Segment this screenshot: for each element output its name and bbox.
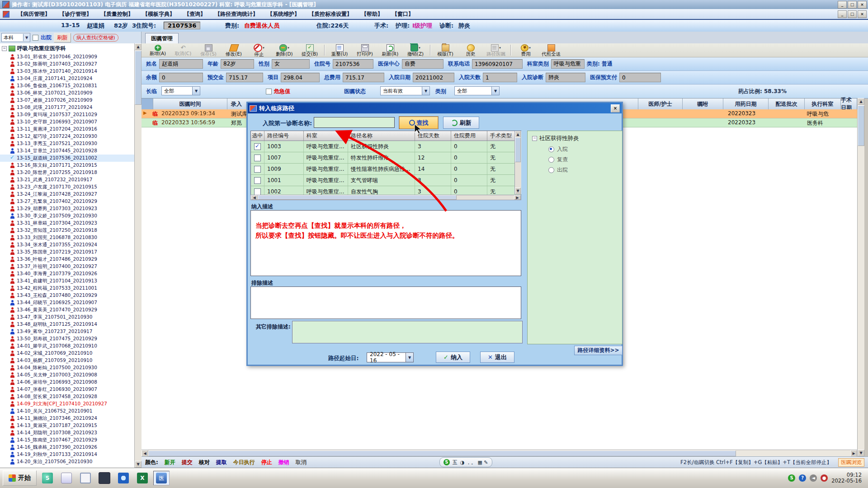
exit-button[interactable]: ✕ 退出 xyxy=(480,352,514,363)
order-browse-badge[interactable]: 医嘱浏览 xyxy=(838,458,864,467)
patient-list-item[interactable]: 13-46_黄美美_2107470_20210929 xyxy=(0,306,142,314)
diagnosis-search-input[interactable] xyxy=(314,117,395,128)
find-button[interactable]: 查找 xyxy=(399,117,438,129)
patient-list-item[interactable]: 13-48_赵明轨_2107125_20210914 xyxy=(0,321,142,328)
clock[interactable]: 09:12 2022-05-16 xyxy=(831,472,862,484)
taskbar-app-icon[interactable]: X xyxy=(134,471,151,485)
patient-list-item[interactable]: ✓ 13-15_赵道娟_2107536_20211002 xyxy=(0,155,142,162)
patient-list-item[interactable]: 13-43_王松森_2107480_20210929 xyxy=(0,292,142,299)
ime-toolbar[interactable]: S 五 ◑ ，。 ▦ ✎ xyxy=(439,457,492,467)
path-table-vscrollbar[interactable]: ▲ ▼ xyxy=(514,131,521,194)
ime-wubi[interactable]: 五 xyxy=(453,459,458,466)
dialog-refresh-button[interactable]: 刷新 xyxy=(443,117,479,129)
patient-list-item[interactable]: 14-09_刘文海[CP]_2107410_20210927 xyxy=(0,400,142,408)
patient-list-item[interactable]: 14-02_宋城_2107069_20210910 xyxy=(0,350,142,357)
find-patient-button[interactable]: 病人查找(空格键) xyxy=(73,34,118,42)
path-stage-item[interactable]: 复查 xyxy=(528,155,622,165)
toolbar-button[interactable]: 打印(P) xyxy=(352,43,377,57)
chevron-down-icon[interactable]: ▾ xyxy=(529,46,531,50)
status-select[interactable]: 当前有效▼ xyxy=(380,86,430,95)
path-checkbox[interactable] xyxy=(254,177,261,184)
toolbar-button[interactable]: 模版(T) xyxy=(433,43,458,57)
patient-list-item[interactable]: 14-15_陈南坚_2107467_20210929 xyxy=(0,436,142,444)
patient-list-item[interactable]: 13-12_翟巧珍_2107224_20210930 xyxy=(0,133,142,140)
patient-list-item[interactable]: 13-03_陈冰华_2107140_20210914 xyxy=(0,68,142,75)
taskbar-app-icon[interactable] xyxy=(115,471,132,485)
patient-list-item[interactable]: 13-01_郭省东_2107046_20210909 xyxy=(0,53,142,61)
scroll-up-icon[interactable]: ▲ xyxy=(135,43,142,50)
toolbar-button[interactable]: + 新增(A) xyxy=(145,43,170,57)
patient-list-item[interactable]: 14-13_黄淑英_2107187_20210915 xyxy=(0,422,142,429)
taskbar-app-icon[interactable] xyxy=(77,471,94,485)
toolbar-button[interactable]: 历史 xyxy=(458,43,483,57)
patient-list-item[interactable]: 13-10_史守群_2106993_20210907 xyxy=(0,118,142,126)
longterm-select[interactable]: 全部▼ xyxy=(161,86,200,95)
order-table-hscrollbar[interactable]: ◀ ▶ xyxy=(142,450,857,457)
scrollbar-thumb[interactable] xyxy=(515,137,521,162)
patient-list-item[interactable]: 13-44_邱晓节_2106925_20210907 xyxy=(0,299,142,306)
scrollbar-thumb[interactable] xyxy=(858,105,864,146)
patient-list-item[interactable]: 14-03_杨辉_2107059_20210910 xyxy=(0,357,142,364)
toolbar-button[interactable]: 代煎全送 xyxy=(538,43,564,57)
patient-list-item[interactable]: 13-09_黄玛瑞_2107537_20211029 xyxy=(0,111,142,118)
toolbar-button[interactable]: 保存(S) xyxy=(196,43,221,57)
toolbar-button[interactable]: ↶ 取消(C) xyxy=(170,43,196,57)
toolbar-button[interactable]: ▾ 路径医嘱 xyxy=(483,43,509,57)
child-minimize-button[interactable]: _ xyxy=(838,10,847,18)
patient-list-item[interactable]: 13-02_陈善明_2107403_20210927 xyxy=(0,61,142,68)
patient-list-item[interactable]: 14-19_刘秋华_2107133_20210914 xyxy=(0,451,142,458)
menu-item[interactable]: 【质控标准设置】 xyxy=(304,11,357,17)
radio-icon[interactable] xyxy=(548,167,554,173)
radio-icon[interactable] xyxy=(548,146,554,152)
patient-list-item[interactable]: 14-20_朱治_2107506_20210930 xyxy=(0,458,142,465)
patient-list-item[interactable]: 13-37_许祖明_2107400_20210927 xyxy=(0,263,142,270)
patient-list-item[interactable]: 13-47_李英_2107501_20210930 xyxy=(0,314,142,321)
path-row[interactable]: 1007 呼吸与危重症... 特发性肺纤维化 12 0 无 xyxy=(251,152,521,164)
patient-list-item[interactable]: 13-35_陈国章_2107219_20210917 xyxy=(0,249,142,256)
taskbar-app-icon[interactable]: 医 xyxy=(153,471,170,485)
taskbar-app-icon[interactable] xyxy=(58,471,75,485)
patient-list-item[interactable]: 13-42_程民福_2107533_20211001 xyxy=(0,285,142,292)
include-desc-box[interactable]: 当把诊断去空再点【查找】就显示本科的所有路径， 所以要求【查找】按钮隐藏。即不让… xyxy=(250,210,521,276)
close-button[interactable]: × xyxy=(858,1,867,9)
scroll-left-icon[interactable]: ◀ xyxy=(251,195,258,200)
discharge-filter[interactable]: 出院 xyxy=(41,34,52,42)
security-tray-icon[interactable]: ● xyxy=(821,474,828,482)
scroll-down-icon[interactable]: ▼ xyxy=(135,461,142,468)
patient-list-item[interactable]: 13-40_李海青_2107379_20210926 xyxy=(0,270,142,277)
toolbar-button[interactable]: 刷新(R) xyxy=(377,43,403,57)
patient-list-item[interactable]: 13-06_林笑_2107021_20210909 xyxy=(0,89,142,97)
other-exclude-box[interactable] xyxy=(292,321,523,343)
patient-list-item[interactable]: 13-29_胡赛男_2107303_20210923 xyxy=(0,205,142,212)
toolbar-button[interactable]: ▾ 撤销(Z) xyxy=(403,43,428,57)
patient-list-item[interactable]: 14-05_吴太铮_2107003_20210908 xyxy=(0,371,142,379)
patient-list-item[interactable]: 13-33_刘国宪_2106878_20210830 xyxy=(0,234,142,241)
child-close-button[interactable]: × xyxy=(858,10,867,18)
type-select[interactable]: 全部▼ xyxy=(454,86,500,95)
patient-list-item[interactable]: 14-06_谢培华_2106993_20210908 xyxy=(0,379,142,386)
menu-item[interactable]: 【路径查询统计】 xyxy=(210,11,263,17)
chevron-down-icon[interactable]: ▾ xyxy=(419,46,420,50)
patient-list-item[interactable]: 13-27_孔繁泉_2107402_20210929 xyxy=(0,198,142,205)
minimize-button[interactable]: _ xyxy=(838,1,847,9)
discharge-checkbox[interactable] xyxy=(33,35,38,41)
path-table-hscrollbar[interactable]: ◀ ▶ xyxy=(250,195,521,200)
patient-list-item[interactable]: 13-08_武瑛_2107177_20210924 xyxy=(0,104,142,111)
menu-item[interactable]: 【模板字典】 xyxy=(138,11,179,17)
toolbar-button[interactable]: ▾ 删除(D) xyxy=(272,43,297,57)
collapse-icon[interactable]: − xyxy=(2,46,7,51)
toolbar-button[interactable]: 修改(E) xyxy=(221,43,246,57)
chevron-down-icon[interactable]: ▾ xyxy=(288,46,289,50)
menu-item[interactable]: 【帮助】 xyxy=(357,11,387,17)
patient-list-item[interactable]: 13-50_郑寿祺_2107475_20210929 xyxy=(0,335,142,343)
start-button[interactable]: 开始 xyxy=(3,470,37,486)
path-checkbox[interactable] xyxy=(254,166,261,173)
patient-list-item[interactable]: 13-21_武勇_2107232_20210917 xyxy=(0,176,142,183)
scroll-right-icon[interactable]: ▶ xyxy=(514,195,521,200)
scroll-up-icon[interactable]: ▲ xyxy=(858,98,864,105)
radio-icon[interactable] xyxy=(548,157,554,163)
patient-list-item[interactable]: 13-49_蒋华_2107237_20210917 xyxy=(0,328,142,335)
critical-checkbox[interactable] xyxy=(266,89,272,94)
scroll-down-icon[interactable]: ▼ xyxy=(515,188,521,194)
path-checkbox[interactable] xyxy=(254,188,261,195)
